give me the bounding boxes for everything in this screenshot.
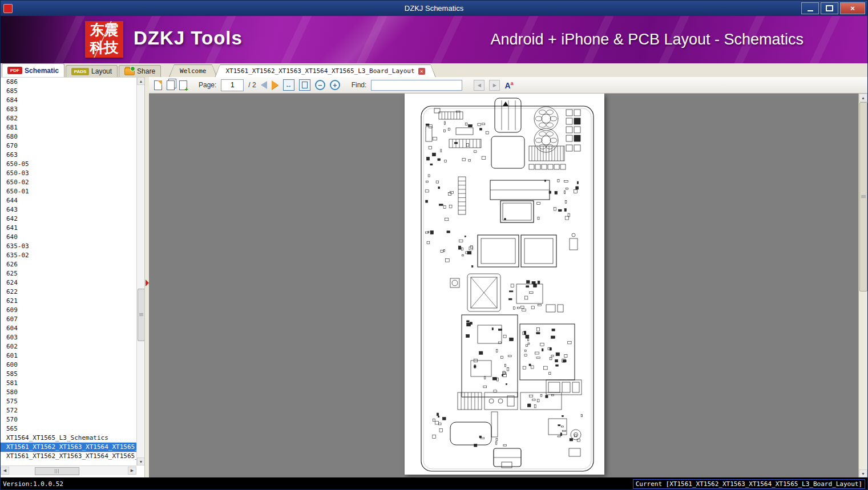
sidebar-page-item[interactable]: 684 [1,96,136,105]
tab-schematic[interactable]: PDF Schematic [2,63,64,77]
scroll-right-icon[interactable]: ▶ [128,467,136,475]
sidebar-page-item[interactable]: 663 [1,151,136,160]
banner-app-name: DZKJ Tools [134,27,243,49]
sidebar-page-item[interactable]: 686 [1,78,136,87]
find-input[interactable] [371,80,462,91]
tab-layout[interactable]: PADS Layout [66,65,118,77]
sidebar-page-item[interactable]: 604 [1,324,136,333]
tab-share[interactable]: Share [119,65,161,77]
tab-close-icon[interactable]: × [418,68,425,75]
sidebar-page-item[interactable]: 621 [1,297,136,306]
pcb-page[interactable] [405,94,604,475]
sidebar-page-item[interactable]: 683 [1,105,136,114]
sidebar-page-item[interactable]: 644 [1,196,136,205]
sidebar-page-item[interactable]: 635-03 [1,242,136,251]
document-vscroll-thumb[interactable] [859,102,867,291]
next-page-icon[interactable] [272,80,278,90]
facing-pages-icon[interactable] [167,80,175,90]
find-next-icon[interactable]: ▶ [489,80,500,91]
sidebar-page-item[interactable]: 682 [1,114,136,123]
page-label: Page: [199,81,216,89]
sidebar-page-item[interactable]: 624 [1,278,136,287]
app-window: DZKJ Schematics × 东震 科技 DZKJ Tools Andro… [0,0,868,490]
sidebar-page-item[interactable]: 565 [1,424,136,434]
fit-page-icon[interactable] [299,79,310,91]
thumb-grip-icon [55,469,59,473]
find-label: Find: [352,81,367,89]
multi-page-icon[interactable] [179,80,187,90]
sidebar-page-item[interactable]: 603 [1,333,136,342]
fit-width-icon[interactable]: ↔ [283,79,294,91]
scroll-left-icon[interactable]: ◀ [1,467,9,475]
window-controls: × [801,2,865,14]
pcb-board-diagram [405,94,604,475]
fit-page-inner-icon [302,82,308,88]
sidebar-page-item[interactable]: 650-03 [1,169,136,178]
sidebar-page-item[interactable]: 685 [1,87,136,96]
sidebar-horizontal-scrollbar[interactable]: ◀ ▶ [1,465,136,475]
dzkj-logo: 东震 科技 [85,21,123,58]
version-label: Version:1.0.0.52 [3,480,63,488]
sidebar-page-item[interactable]: 650-02 [1,178,136,187]
document-vertical-scrollbar[interactable]: ▲ ▼ [858,94,867,477]
sidebar-page-item[interactable]: 570 [1,415,136,424]
sidebar-page-item[interactable]: 600 [1,361,136,370]
doc-tab-welcome[interactable]: Welcome [169,64,217,77]
sidebar-page-item[interactable]: 625 [1,269,136,278]
sidebar-vertical-scrollbar[interactable]: ▲ ▼ [136,77,145,465]
sidebar-page-item[interactable]: 670 [1,141,136,151]
sidebar-page-item[interactable]: 641 [1,224,136,233]
banner: 东震 科技 DZKJ Tools Android + iPhone & PCB … [1,16,867,63]
sidebar-hscroll-thumb[interactable] [35,467,79,475]
previous-page-icon[interactable] [261,81,267,89]
thumb-grip-icon [861,195,866,198]
scroll-down-icon[interactable]: ▼ [859,469,867,477]
sidebar-page-item[interactable]: 643 [1,205,136,214]
document-area: ▲ ▼ [149,94,867,477]
sidebar-page-item[interactable]: 650-01 [1,187,136,196]
scroll-down-icon[interactable]: ▼ [137,457,145,465]
doc-tab-board-layout[interactable]: XT1561_XT1562_XT1563_XT1564_XT1565_L3_Bo… [215,64,435,77]
sidebar-page-item[interactable]: 585 [1,370,136,379]
sidebar-page-item[interactable]: XT1564_XT1565_L3_Schematics [1,434,136,443]
sidebar-page-item[interactable]: 602 [1,342,136,351]
sidebar-page-item[interactable]: 609 [1,306,136,315]
sidebar-page-item[interactable]: 680 [1,132,136,141]
sidebar-page-item[interactable]: 681 [1,123,136,132]
doc-tab-board-layout-label: XT1561_XT1562_XT1563_XT1564_XT1565_L3_Bo… [225,67,414,75]
sidebar-page-item[interactable]: 607 [1,315,136,324]
maximize-button[interactable] [821,2,838,14]
sidebar-page-item[interactable]: 635-02 [1,251,136,260]
sidebar-page-item[interactable]: 640 [1,233,136,242]
sidebar-page-item[interactable]: 580 [1,388,136,397]
content-area: 686685684683682681680670663650-05650-036… [1,77,867,477]
sidebar-page-item[interactable]: XT1561_XT1562_XT1563_XT1564_XT1565_L3_ [1,443,136,452]
find-previous-icon[interactable]: ◀ [474,80,485,91]
close-button[interactable]: × [840,2,865,14]
sidebar-page-item[interactable]: 581 [1,379,136,388]
sidebar-page-item[interactable]: 622 [1,287,136,297]
zoom-out-icon[interactable]: − [315,80,325,90]
sidebar-page-item[interactable]: 650-05 [1,160,136,169]
maximize-icon [826,5,833,11]
sidebar-page-item[interactable]: 575 [1,397,136,406]
current-document-label: Current [XT1561_XT1562_XT1563_XT1564_XT1… [633,479,865,489]
titlebar: DZKJ Schematics × [1,1,867,16]
sidebar-page-item[interactable]: 642 [1,214,136,224]
single-page-icon[interactable] [154,80,162,90]
window-title: DZKJ Schematics [1,4,867,13]
scroll-up-icon[interactable]: ▲ [859,94,867,102]
sidebar: 686685684683682681680670663650-05650-036… [1,77,149,477]
doc-tab-welcome-label: Welcome [180,67,206,75]
scroll-up-icon[interactable]: ▲ [137,77,145,85]
font-size-icon[interactable]: Aa [504,80,513,90]
zoom-in-icon[interactable]: + [330,80,340,90]
sidebar-page-item[interactable]: 601 [1,351,136,361]
tab-layout-label: Layout [91,67,112,75]
sidebar-page-item[interactable]: 572 [1,406,136,415]
sidebar-page-item[interactable]: XT1561_XT1562_XT1563_XT1564_XT1565_L3_ [1,452,136,461]
page-number-input[interactable] [221,79,244,91]
close-icon: × [850,4,855,13]
minimize-button[interactable] [801,2,819,14]
sidebar-page-item[interactable]: 626 [1,260,136,269]
